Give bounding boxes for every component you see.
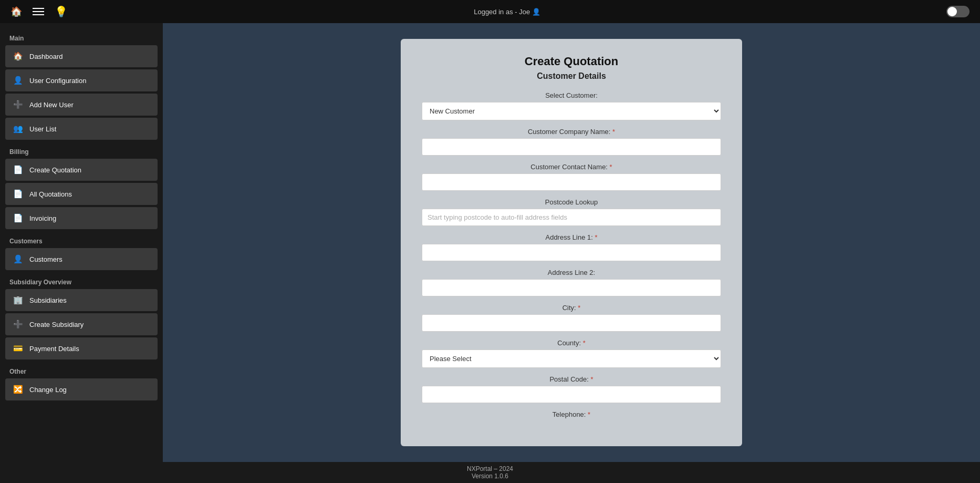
user-configuration-icon: 👤: [12, 74, 24, 87]
postcode-lookup-input[interactable]: [422, 209, 721, 226]
create-subsidiary-label: Create Subsidiary: [29, 321, 84, 328]
user-icon: 👤: [532, 8, 540, 16]
address-line2-label: Address Line 2:: [422, 269, 721, 276]
topbar-center: Logged in as - Joe 👤: [474, 8, 540, 16]
theme-toggle[interactable]: [946, 6, 969, 17]
customer-contact-name-label: Customer Contact Name: *: [422, 163, 721, 171]
sidebar-item-change-log[interactable]: 🔀Change Log: [5, 378, 158, 400]
create-subsidiary-icon: ➕: [12, 318, 24, 331]
form-panel: Create Quotation Customer Details Select…: [401, 39, 742, 446]
invoicing-icon: 📄: [12, 212, 24, 224]
address-line1-input[interactable]: [422, 244, 721, 261]
create-quotation-icon: 📄: [12, 163, 24, 176]
sidebar-item-add-new-user[interactable]: ➕Add New User: [5, 94, 158, 116]
topbar-right: [946, 6, 969, 17]
dashboard-label: Dashboard: [29, 53, 63, 60]
footer: NXPortal – 2024 Version 1.0.6: [0, 462, 980, 483]
customer-contact-name-group: Customer Contact Name: *: [422, 163, 721, 191]
county-group: County: * Please Select: [422, 339, 721, 368]
menu-icon[interactable]: [33, 8, 44, 15]
sidebar-section-subsidiary-overview: Subsidiary Overview: [5, 272, 158, 289]
postal-code-label: Postal Code: *: [422, 375, 721, 383]
sidebar-item-user-list[interactable]: 👥User List: [5, 118, 158, 140]
topbar-left: 🏠 💡: [11, 5, 68, 18]
county-label: County: *: [422, 339, 721, 347]
home-icon[interactable]: 🏠: [11, 6, 22, 17]
city-group: City: *: [422, 304, 721, 332]
sidebar-section-other: Other: [5, 362, 158, 378]
user-configuration-label: User Configuration: [29, 77, 86, 85]
sidebar-item-user-configuration[interactable]: 👤User Configuration: [5, 69, 158, 91]
change-log-label: Change Log: [29, 386, 67, 394]
sidebar-item-create-quotation[interactable]: 📄Create Quotation: [5, 159, 158, 181]
select-customer-label: Select Customer:: [422, 91, 721, 99]
bulb-icon[interactable]: 💡: [55, 5, 68, 18]
customer-company-name-input[interactable]: [422, 138, 721, 156]
address-line2-input[interactable]: [422, 279, 721, 296]
logged-in-label: Logged in as - Joe: [474, 8, 530, 16]
all-quotations-label: All Quotations: [29, 190, 72, 198]
subsidiaries-icon: 🏢: [12, 294, 24, 306]
city-label: City: *: [422, 304, 721, 312]
user-list-label: User List: [29, 125, 56, 133]
all-quotations-icon: 📄: [12, 188, 24, 200]
sidebar-section-customers: Customers: [5, 231, 158, 248]
sidebar: Main🏠Dashboard👤User Configuration➕Add Ne…: [0, 23, 163, 462]
sidebar-section-main: Main: [5, 28, 158, 45]
customer-company-name-group: Customer Company Name: *: [422, 128, 721, 156]
form-title: Create Quotation: [422, 55, 721, 68]
sidebar-item-customers[interactable]: 👤Customers: [5, 248, 158, 270]
address-line2-group: Address Line 2:: [422, 269, 721, 296]
sidebar-item-payment-details[interactable]: 💳Payment Details: [5, 337, 158, 359]
sidebar-item-all-quotations[interactable]: 📄All Quotations: [5, 183, 158, 205]
select-customer-group: Select Customer: New Customer: [422, 91, 721, 120]
postal-code-group: Postal Code: *: [422, 375, 721, 403]
telephone-label: Telephone: *: [422, 410, 721, 418]
sidebar-item-create-subsidiary[interactable]: ➕Create Subsidiary: [5, 313, 158, 335]
create-quotation-label: Create Quotation: [29, 166, 81, 174]
form-subtitle: Customer Details: [422, 71, 721, 81]
city-input[interactable]: [422, 314, 721, 332]
postcode-lookup-group: Postcode Lookup: [422, 198, 721, 226]
sidebar-item-dashboard[interactable]: 🏠Dashboard: [5, 45, 158, 67]
select-customer-dropdown[interactable]: New Customer: [422, 102, 721, 120]
payment-details-icon: 💳: [12, 342, 24, 355]
postal-code-input[interactable]: [422, 386, 721, 403]
footer-version: Version 1.0.6: [0, 472, 980, 480]
address-line1-group: Address Line 1: *: [422, 233, 721, 261]
subsidiaries-label: Subsidiaries: [29, 296, 67, 304]
invoicing-label: Invoicing: [29, 214, 56, 222]
address-line1-label: Address Line 1: *: [422, 233, 721, 241]
topbar: 🏠 💡 Logged in as - Joe 👤: [0, 0, 980, 23]
sidebar-item-subsidiaries[interactable]: 🏢Subsidiaries: [5, 289, 158, 311]
add-new-user-label: Add New User: [29, 101, 74, 109]
sidebar-section-billing: Billing: [5, 142, 158, 159]
main-layout: Main🏠Dashboard👤User Configuration➕Add Ne…: [0, 23, 980, 462]
add-new-user-icon: ➕: [12, 98, 24, 111]
dashboard-icon: 🏠: [12, 50, 24, 63]
customer-contact-name-input[interactable]: [422, 173, 721, 191]
user-list-icon: 👥: [12, 122, 24, 135]
content-area: Create Quotation Customer Details Select…: [163, 23, 980, 462]
change-log-icon: 🔀: [12, 383, 24, 396]
customer-company-name-label: Customer Company Name: *: [422, 128, 721, 136]
postcode-lookup-label: Postcode Lookup: [422, 198, 721, 206]
footer-brand: NXPortal – 2024: [0, 465, 980, 472]
customers-label: Customers: [29, 255, 62, 263]
county-dropdown[interactable]: Please Select: [422, 350, 721, 368]
payment-details-label: Payment Details: [29, 345, 79, 353]
telephone-group: Telephone: *: [422, 410, 721, 418]
sidebar-item-invoicing[interactable]: 📄Invoicing: [5, 207, 158, 229]
customers-icon: 👤: [12, 253, 24, 265]
